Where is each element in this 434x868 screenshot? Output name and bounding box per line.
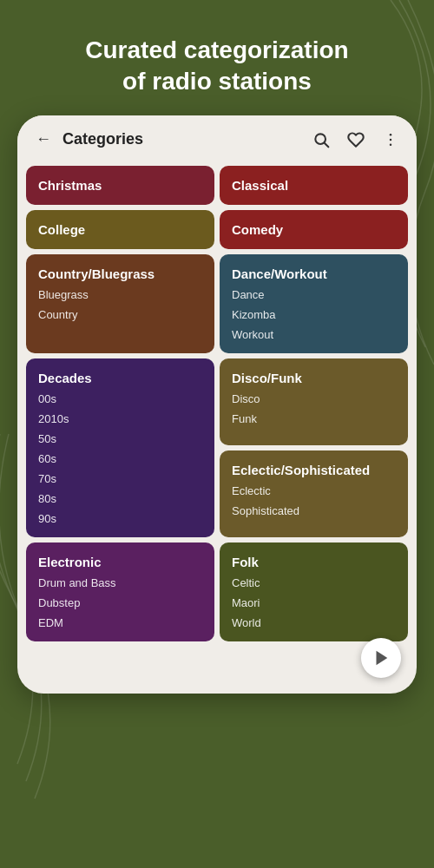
category-name: Country/Bluegrass xyxy=(38,266,202,281)
category-name: Classical xyxy=(232,178,396,193)
category-item[interactable]: Decades00s2010s50s60s70s80s90s xyxy=(26,358,214,537)
category-subitem: Dance xyxy=(232,288,396,301)
category-subitem: 50s xyxy=(38,432,202,445)
category-name: Eclectic/Sophisticated xyxy=(232,463,396,477)
category-subitem: 60s xyxy=(38,452,202,465)
category-name: Decades xyxy=(38,371,202,385)
category-subitem: Disco xyxy=(232,392,396,405)
category-name: Christmas xyxy=(38,178,202,193)
category-item[interactable]: ElectronicDrum and BassDubstepEDM xyxy=(26,542,214,641)
category-name: Folk xyxy=(232,555,396,569)
category-name: Electronic xyxy=(38,555,202,569)
category-subitem: 70s xyxy=(38,472,202,485)
category-item[interactable]: Dance/WorkoutDanceKizombaWorkout xyxy=(220,254,408,353)
search-icon[interactable] xyxy=(309,128,333,152)
category-subitem: Kizomba xyxy=(232,308,396,321)
top-bar-icons xyxy=(309,128,403,152)
category-item[interactable]: Disco/FunkDiscoFunk xyxy=(220,358,408,445)
category-subitem: Eclectic xyxy=(232,484,396,497)
categories-title: Categories xyxy=(62,130,143,148)
category-item[interactable]: Comedy xyxy=(220,210,408,249)
category-subitem: Dubstep xyxy=(38,596,202,609)
category-subitem: Workout xyxy=(232,328,396,341)
category-name: Comedy xyxy=(232,222,396,237)
more-icon[interactable] xyxy=(378,128,403,152)
category-subitem: Country xyxy=(38,308,202,321)
category-item[interactable]: FolkCelticMaoriWorld xyxy=(220,542,408,641)
category-subitem: Celtic xyxy=(232,576,396,589)
header-title: Curated categorization of radio stations xyxy=(26,35,408,98)
svg-point-4 xyxy=(390,143,392,146)
svg-marker-5 xyxy=(377,651,388,666)
category-subitem: 90s xyxy=(38,512,202,525)
category-subitem: Sophisticated xyxy=(232,504,396,517)
svg-point-2 xyxy=(390,134,392,136)
heart-icon[interactable] xyxy=(344,128,368,152)
category-subitem: Bluegrass xyxy=(38,288,202,301)
svg-point-3 xyxy=(390,139,392,141)
phone-frame: ← Categories ChristmasClassica xyxy=(17,115,417,694)
categories-grid: ChristmasClassicalCollegeComedyCountry/B… xyxy=(17,161,417,694)
category-item[interactable]: College xyxy=(26,210,214,249)
category-item[interactable]: Christmas xyxy=(26,166,214,205)
category-subitem: 80s xyxy=(38,492,202,505)
category-item[interactable]: Eclectic/SophisticatedEclecticSophistica… xyxy=(220,450,408,537)
svg-line-1 xyxy=(325,143,329,148)
top-bar: ← Categories xyxy=(17,115,417,161)
category-item[interactable]: Country/BluegrassBluegrassCountry xyxy=(26,254,214,353)
category-subitem: EDM xyxy=(38,616,202,629)
category-subitem: World xyxy=(232,616,396,629)
category-subitem: Maori xyxy=(232,596,396,609)
category-name: Disco/Funk xyxy=(232,371,396,385)
back-icon[interactable]: ← xyxy=(31,128,56,152)
category-subitem: Funk xyxy=(232,412,396,425)
category-subitem: 2010s xyxy=(38,412,202,425)
category-name: College xyxy=(38,222,202,237)
category-item[interactable]: Classical xyxy=(220,166,408,205)
category-subitem: 00s xyxy=(38,392,202,405)
category-subitem: Drum and Bass xyxy=(38,576,202,589)
top-bar-left: ← Categories xyxy=(31,128,143,152)
play-fab[interactable] xyxy=(361,638,401,678)
category-name: Dance/Workout xyxy=(232,266,396,281)
header: Curated categorization of radio stations xyxy=(0,0,434,115)
